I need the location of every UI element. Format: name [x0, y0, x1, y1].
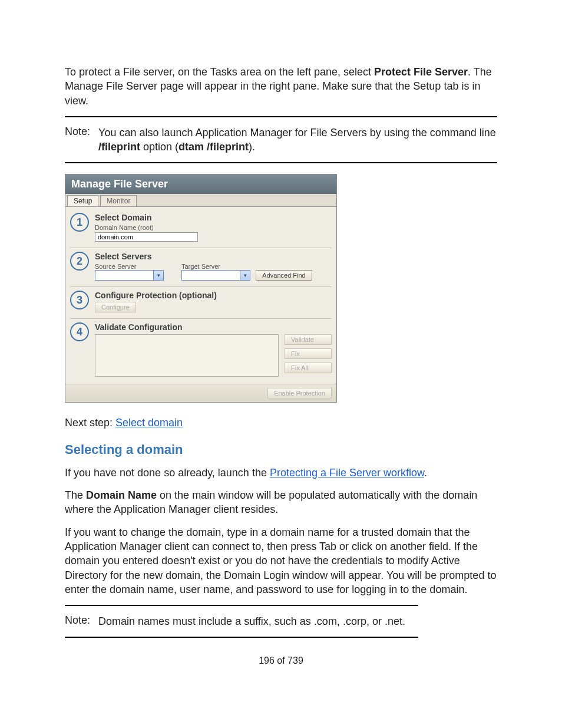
domain-name-label: Domain Name (root) — [95, 224, 332, 231]
enable-protection-button[interactable]: Enable Protection — [267, 388, 332, 398]
step-1: 1 Select Domain Domain Name (root) — [70, 209, 332, 248]
panel-footer: Enable Protection — [65, 384, 336, 402]
step-title: Select Servers — [95, 252, 332, 261]
paragraph: If you have not done so already, launch … — [65, 466, 497, 480]
text: ). — [249, 141, 255, 153]
select-domain-link[interactable]: Select domain — [115, 417, 183, 429]
step-content: Select Servers Source Server ▾ Target Se… — [95, 252, 332, 281]
text: You can also launch Application Manager … — [98, 127, 496, 139]
configure-button[interactable]: Configure — [95, 302, 136, 312]
note-block-2: Note: Domain names must include a suffix… — [65, 605, 418, 638]
text: option ( — [140, 141, 178, 153]
tab-bar: Setup Monitor — [65, 194, 336, 207]
fix-all-button[interactable]: Fix All — [285, 363, 332, 373]
validate-button[interactable]: Validate — [285, 334, 332, 345]
domain-name-input[interactable] — [95, 232, 198, 242]
step-content: Configure Protection (optional) Configur… — [95, 291, 332, 312]
text: The — [65, 489, 86, 501]
note-block: Note: You can also launch Application Ma… — [65, 123, 497, 157]
divider — [65, 637, 418, 638]
step-number-icon: 3 — [70, 291, 89, 309]
note-label: Note: — [65, 126, 90, 138]
note-label: Note: — [65, 614, 90, 627]
next-step: Next step: Select domain — [65, 416, 497, 430]
text: Next step: — [65, 417, 115, 429]
step-3: 3 Configure Protection (optional) Config… — [70, 287, 332, 319]
divider — [65, 162, 497, 163]
divider — [65, 116, 497, 117]
intro-paragraph: To protect a File server, on the Tasks a… — [65, 65, 497, 108]
divider — [65, 605, 418, 606]
step-number-icon: 4 — [70, 322, 89, 341]
window-title: Manage File Server — [65, 174, 336, 194]
chevron-down-icon[interactable]: ▾ — [240, 270, 250, 281]
text: If you have not done so already, launch … — [65, 467, 270, 479]
workflow-link[interactable]: Protecting a File Server workflow — [270, 467, 424, 479]
bold-text: /fileprint — [98, 141, 140, 153]
text: To protect a File server, on the Tasks a… — [65, 66, 374, 78]
text: . — [424, 467, 427, 479]
source-server-label: Source Server — [95, 263, 164, 270]
step-content: Select Domain Domain Name (root) — [95, 213, 332, 242]
tab-setup[interactable]: Setup — [67, 195, 98, 206]
tab-monitor[interactable]: Monitor — [100, 195, 137, 206]
step-title: Validate Configuration — [95, 322, 332, 332]
step-2: 2 Select Servers Source Server ▾ Target … — [70, 248, 332, 287]
note-body: You can also launch Application Manager … — [98, 126, 497, 154]
target-server-label: Target Server — [181, 263, 312, 270]
bold-text: Protect File Server — [374, 66, 468, 78]
step-number-icon: 1 — [70, 213, 89, 232]
chevron-down-icon[interactable]: ▾ — [154, 270, 164, 281]
paragraph: If you want to change the domain, type i… — [65, 525, 497, 597]
bold-text: Domain Name — [86, 489, 157, 501]
manage-file-server-window: Manage File Server Setup Monitor 1 Selec… — [65, 174, 337, 403]
section-heading: Selecting a domain — [65, 442, 497, 457]
step-4: 4 Validate Configuration Validate Fix Fi… — [70, 319, 332, 383]
page-number: 196 of 739 — [65, 655, 497, 666]
step-content: Validate Configuration Validate Fix Fix … — [95, 322, 332, 377]
advanced-find-button[interactable]: Advanced Find — [256, 270, 312, 281]
step-title: Configure Protection (optional) — [95, 291, 332, 300]
panel-body: 1 Select Domain Domain Name (root) 2 Sel… — [65, 207, 336, 384]
bold-text: dtam /fileprint — [178, 141, 249, 153]
target-server-select[interactable] — [181, 270, 240, 281]
source-server-select[interactable] — [95, 270, 154, 281]
note-body: Domain names must include a suffix, such… — [98, 614, 418, 628]
paragraph: The Domain Name on the main window will … — [65, 488, 497, 517]
fix-button[interactable]: Fix — [285, 348, 332, 359]
step-title: Select Domain — [95, 213, 332, 222]
validation-results-box — [95, 334, 279, 377]
step-number-icon: 2 — [70, 252, 89, 271]
